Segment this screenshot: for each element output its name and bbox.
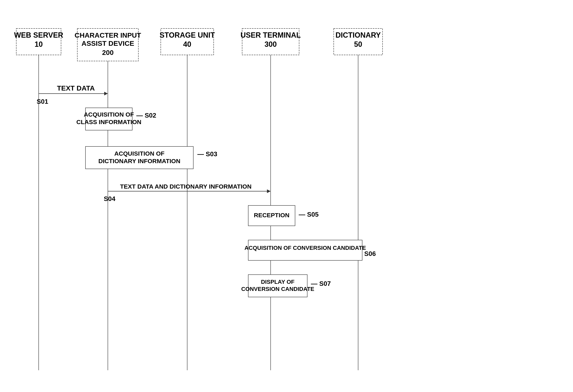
- svg-marker-34: [267, 189, 271, 193]
- svg-rect-25: [86, 108, 132, 130]
- svg-text:S06: S06: [364, 250, 376, 257]
- svg-rect-13: [334, 29, 383, 55]
- svg-text:— S05: — S05: [299, 211, 319, 218]
- svg-text:— S02: — S02: [136, 112, 156, 119]
- svg-text:200: 200: [102, 49, 114, 56]
- svg-text:CHARACTER INPUT: CHARACTER INPUT: [75, 31, 141, 39]
- diagram-container: WEB SERVER 10 CHARACTER INPUT ASSIST DEV…: [12, 24, 561, 380]
- svg-rect-43: [248, 275, 307, 297]
- svg-text:— S07: — S07: [311, 280, 331, 287]
- svg-rect-10: [242, 29, 299, 55]
- svg-text:S04: S04: [104, 195, 115, 202]
- svg-text:300: 300: [265, 40, 277, 48]
- svg-text:DICTIONARY INFORMATION: DICTIONARY INFORMATION: [98, 158, 180, 164]
- svg-text:10: 10: [35, 40, 43, 48]
- svg-text:TEXT DATA AND DICTIONARY INFOR: TEXT DATA AND DICTIONARY INFORMATION: [120, 183, 251, 190]
- svg-text:USER TERMINAL: USER TERMINAL: [240, 31, 301, 39]
- svg-rect-37: [248, 205, 295, 226]
- svg-rect-40: [248, 240, 362, 260]
- svg-text:50: 50: [354, 40, 362, 48]
- svg-text:CONVERSION CANDIDATE: CONVERSION CANDIDATE: [241, 286, 314, 292]
- svg-text:ACQUISITION OF: ACQUISITION OF: [114, 150, 165, 157]
- diagram-svg: WEB SERVER 10 CHARACTER INPUT ASSIST DEV…: [12, 24, 561, 380]
- svg-rect-7: [161, 29, 214, 55]
- svg-text:ACQUISITION OF: ACQUISITION OF: [84, 111, 134, 118]
- svg-text:— S03: — S03: [197, 150, 217, 158]
- svg-text:DICTIONARY: DICTIONARY: [336, 31, 381, 39]
- svg-marker-22: [104, 92, 108, 95]
- svg-text:TEXT DATA: TEXT DATA: [57, 84, 95, 92]
- svg-text:STORAGE UNIT: STORAGE UNIT: [160, 31, 215, 39]
- svg-rect-0: [16, 29, 61, 55]
- svg-text:RECEPTION: RECEPTION: [254, 212, 289, 218]
- svg-rect-3: [77, 29, 138, 61]
- svg-text:WEB SERVER: WEB SERVER: [14, 31, 63, 39]
- svg-text:ACQUISITION OF CONVERSION CAND: ACQUISITION OF CONVERSION CANDIDATE: [245, 245, 366, 251]
- svg-rect-29: [86, 146, 193, 169]
- svg-text:40: 40: [183, 40, 191, 48]
- svg-text:DISPLAY OF: DISPLAY OF: [261, 279, 295, 285]
- svg-text:CLASS INFORMATION: CLASS INFORMATION: [76, 119, 141, 125]
- svg-text:ASSIST DEVICE: ASSIST DEVICE: [82, 39, 134, 47]
- svg-text:S01: S01: [37, 98, 48, 105]
